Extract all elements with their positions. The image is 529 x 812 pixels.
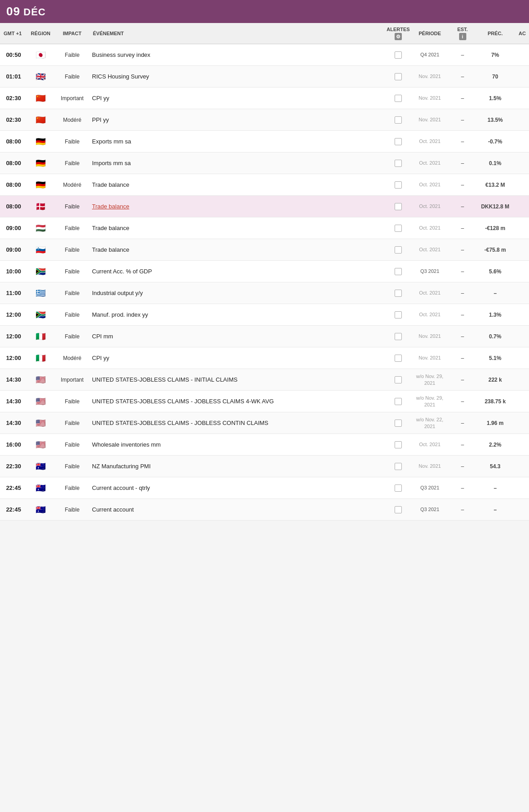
table-row: 02:30 🇨🇳 Important CPI yy Nov. 2021 – 1.… [0, 88, 529, 109]
cell-alert[interactable] [387, 438, 409, 451]
cell-impact: Faible [54, 287, 90, 299]
alert-checkbox[interactable] [395, 73, 402, 80]
alert-checkbox[interactable] [395, 268, 402, 275]
cell-event: CPI yy [90, 92, 387, 104]
cell-period: Oct. 2021 [409, 309, 450, 320]
cell-alert[interactable] [387, 135, 409, 148]
cell-alert[interactable] [387, 179, 409, 191]
cell-alert[interactable] [387, 417, 409, 429]
cell-est: – [450, 287, 475, 299]
cell-prec: -0.7% [475, 136, 515, 148]
col-alerts: ALERTES ⚙ [387, 26, 409, 41]
cell-time: 12:00 [0, 309, 27, 321]
alert-checkbox[interactable] [395, 311, 402, 318]
cell-alert[interactable] [387, 265, 409, 278]
alert-checkbox[interactable] [395, 398, 402, 405]
table-row: 10:00 🇿🇦 Faible Current Acc. % of GDP Q3… [0, 261, 529, 282]
alert-checkbox[interactable] [395, 181, 402, 189]
event-link[interactable]: Trade balance [92, 203, 129, 210]
cell-flag: 🇯🇵 [27, 47, 54, 63]
cell-alert[interactable] [387, 460, 409, 473]
cell-impact: Faible [54, 244, 90, 256]
cell-more [515, 161, 529, 166]
cell-more [515, 420, 529, 426]
cell-alert[interactable] [387, 395, 409, 408]
alert-checkbox[interactable] [395, 506, 402, 513]
table-row: 11:00 🇬🇷 Faible Industrial output y/y Oc… [0, 282, 529, 304]
cell-est: – [450, 504, 475, 516]
cell-impact: Modéré [54, 179, 90, 191]
alert-checkbox[interactable] [395, 420, 402, 427]
table-row: 00:50 🇯🇵 Faible Business survey index Q4… [0, 44, 529, 66]
cell-more [515, 485, 529, 491]
cell-est: – [450, 92, 475, 104]
alert-checkbox[interactable] [395, 463, 402, 470]
cell-alert[interactable] [387, 374, 409, 386]
cell-period: Oct. 2021 [409, 157, 450, 169]
cell-impact: Faible [54, 49, 90, 61]
cell-alert[interactable] [387, 287, 409, 300]
col-more: AC [515, 26, 529, 41]
col-prec: PRÉC. [475, 26, 515, 41]
cell-prec: 13.5% [475, 114, 515, 126]
alert-checkbox[interactable] [395, 116, 402, 124]
cell-impact: Faible [54, 136, 90, 148]
cell-alert[interactable] [387, 352, 409, 364]
cell-time: 22:45 [0, 482, 27, 494]
alerts-gear-icon[interactable]: ⚙ [395, 33, 402, 40]
cell-period: Nov. 2021 [409, 114, 450, 125]
alert-checkbox[interactable] [395, 441, 402, 448]
alert-checkbox[interactable] [395, 203, 402, 210]
cell-est: – [450, 374, 475, 386]
cell-time: 02:30 [0, 114, 27, 126]
cell-alert[interactable] [387, 114, 409, 126]
alert-checkbox[interactable] [395, 484, 402, 492]
cell-alert[interactable] [387, 482, 409, 494]
alert-checkbox[interactable] [395, 376, 402, 383]
cell-alert[interactable] [387, 309, 409, 321]
alert-checkbox[interactable] [395, 246, 402, 254]
cell-alert[interactable] [387, 157, 409, 170]
cell-alert[interactable] [387, 244, 409, 256]
cell-more [515, 377, 529, 383]
table-row: 22:45 🇦🇺 Faible Current account - qtrly … [0, 477, 529, 499]
cell-alert[interactable] [387, 92, 409, 105]
cell-more [515, 355, 529, 361]
cell-time: 02:30 [0, 92, 27, 104]
est-info-icon[interactable]: i [459, 33, 466, 40]
cell-alert[interactable] [387, 49, 409, 61]
cell-period: w/o Nov. 29, 2021 [409, 370, 450, 389]
cell-impact: Faible [54, 439, 90, 451]
cell-alert[interactable] [387, 70, 409, 83]
cell-est: – [450, 157, 475, 169]
cell-alert[interactable] [387, 200, 409, 213]
alert-checkbox[interactable] [395, 51, 402, 59]
alert-checkbox[interactable] [395, 95, 402, 102]
cell-prec: 222 k [475, 374, 515, 386]
cell-impact: Faible [54, 331, 90, 342]
events-table: 00:50 🇯🇵 Faible Business survey index Q4… [0, 44, 529, 521]
alert-checkbox[interactable] [395, 225, 402, 232]
cell-est: – [450, 49, 475, 61]
alert-checkbox[interactable] [395, 160, 402, 167]
cell-prec: 7% [475, 49, 515, 61]
cell-flag: 🇦🇺 [27, 480, 54, 496]
cell-alert[interactable] [387, 222, 409, 235]
cell-flag: 🇩🇪 [27, 156, 54, 171]
alert-checkbox[interactable] [395, 138, 402, 145]
cell-flag: 🇩🇰 [27, 199, 54, 214]
date-header: 09 DÉC [0, 0, 529, 23]
table-row: 09:00 🇸🇮 Faible Trade balance Oct. 2021 … [0, 239, 529, 261]
alert-checkbox[interactable] [395, 355, 402, 362]
cell-alert[interactable] [387, 503, 409, 516]
cell-period: w/o Nov. 29, 2021 [409, 392, 450, 411]
cell-impact: Faible [54, 461, 90, 472]
cell-more [515, 52, 529, 58]
alert-checkbox[interactable] [395, 290, 402, 297]
alert-checkbox[interactable] [395, 333, 402, 340]
col-gmt: GMT +1 [0, 26, 27, 41]
cell-alert[interactable] [387, 330, 409, 343]
cell-impact: Faible [54, 482, 90, 494]
cell-time: 11:00 [0, 287, 27, 299]
table-row: 14:30 🇺🇸 Faible UNITED STATES-JOBLESS CL… [0, 412, 529, 434]
